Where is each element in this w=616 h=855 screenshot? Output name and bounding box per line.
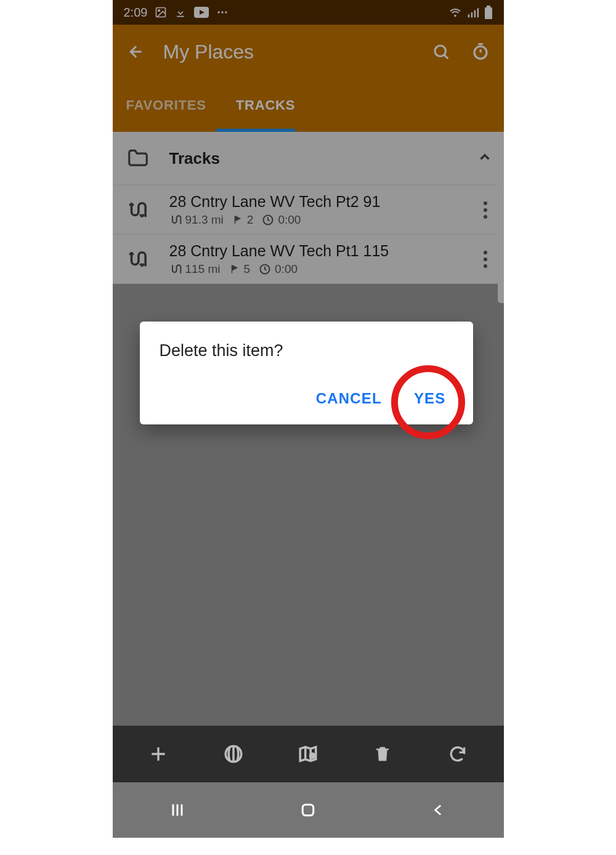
nav-back-button[interactable] [414, 792, 463, 829]
cancel-button[interactable]: CANCEL [312, 385, 386, 412]
delete-button[interactable] [364, 735, 401, 772]
phone-screen: 2:09 [113, 0, 504, 838]
svg-rect-18 [302, 804, 314, 816]
nav-recents-button[interactable] [153, 792, 202, 829]
map-button[interactable] [290, 735, 326, 772]
bottom-toolbar [113, 726, 504, 782]
nav-home-button[interactable] [283, 792, 333, 829]
globe-button[interactable] [215, 735, 252, 772]
refresh-button[interactable] [439, 735, 476, 772]
dialog-title: Delete this item? [160, 341, 456, 360]
system-nav-bar [113, 782, 504, 838]
add-button[interactable] [140, 735, 177, 772]
delete-dialog: Delete this item? CANCEL YES [140, 322, 473, 424]
yes-button[interactable]: YES [410, 385, 450, 412]
svg-point-17 [310, 753, 315, 758]
dialog-actions: CANCEL YES [160, 385, 456, 412]
